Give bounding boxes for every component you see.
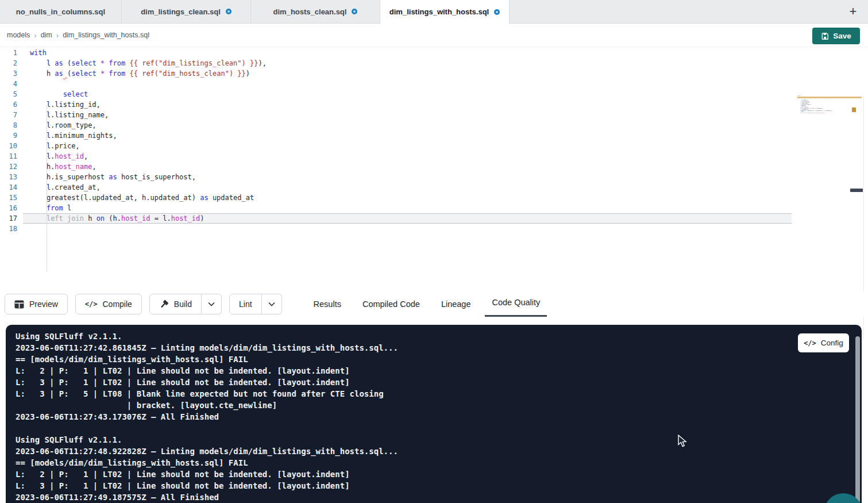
line-number: 11 — [0, 151, 23, 162]
code-text: l.listing_name, — [23, 110, 792, 120]
code-line[interactable]: 10 l.price, — [0, 141, 868, 151]
modified-dot-icon — [352, 9, 357, 14]
terminal-line: L: 2 | P: 1 | LT02 | Line should not be … — [16, 365, 862, 377]
tab-lineage[interactable]: Lineage — [440, 291, 472, 317]
code-line[interactable]: 11 l.host_id, — [0, 151, 868, 162]
build-menu-button[interactable] — [202, 294, 222, 314]
code-text: h.is_superhost as host_is_superhost, — [23, 172, 792, 182]
code-icon: </> — [804, 339, 816, 347]
editor-tab[interactable]: no_nulls_in_columns.sql — [0, 0, 122, 23]
terminal-lines: Using SQLFluff v2.1.1.2023-06-06T11:27:4… — [16, 331, 862, 503]
terminal-line: L: 3 | P: 1 | LT02 | Line should not be … — [16, 480, 862, 492]
compile-button[interactable]: </> Compile — [75, 294, 142, 314]
code-line[interactable]: 5 select — [0, 89, 868, 99]
code-line[interactable]: 8 l.room_type, — [0, 120, 868, 130]
terminal-line: 2023-06-06T11:27:43.173076Z – All Finish… — [16, 411, 862, 423]
lint-button[interactable]: Lint — [229, 294, 262, 314]
code-text — [23, 224, 792, 234]
terminal-line: L: 2 | P: 1 | LT02 | Line should not be … — [16, 469, 862, 480]
tab-results[interactable]: Results — [313, 291, 342, 317]
line-number: 12 — [0, 162, 23, 172]
editor-tab[interactable]: dim_listings_clean.sql — [122, 0, 251, 23]
code-editor[interactable]: 1with2 l as (select * from {{ ref("dim_l… — [0, 48, 868, 291]
code-text: l.created_at, — [23, 182, 792, 193]
code-line[interactable]: 3 h as (select * from {{ ref("dim_hosts_… — [0, 68, 868, 79]
code-line[interactable]: 4 — [0, 79, 868, 89]
chevron-down-icon — [268, 302, 275, 306]
line-number: 7 — [0, 110, 23, 120]
terminal-scrollbar[interactable] — [855, 336, 860, 503]
code-text: select — [23, 89, 792, 99]
code-text: l.listing_id, — [23, 99, 792, 110]
minimap[interactable]: with l as (select * from {{ ref("dim_lis… — [798, 95, 842, 114]
action-toolbar: Preview </> Compile Build Lint — [0, 291, 868, 317]
line-number: 18 — [0, 224, 23, 234]
code-text: with — [23, 48, 792, 58]
indent-guide — [47, 106, 47, 272]
line-number: 9 — [0, 130, 23, 141]
line-number: 10 — [0, 141, 23, 151]
line-number: 4 — [0, 79, 23, 89]
line-number: 16 — [0, 203, 23, 213]
line-number: 2 — [0, 58, 23, 68]
code-line[interactable]: 9 l.minimum_nights, — [0, 130, 868, 141]
editor-tab-label: dim_listings_clean.sql — [141, 7, 221, 16]
terminal-line: 2023-06-06T11:27:48.922828Z – Linting mo… — [16, 446, 862, 457]
code-line[interactable]: 13 h.is_superhost as host_is_superhost, — [0, 172, 868, 182]
terminal-line: L: 3 | P: 5 | LT08 | Blank line expected… — [16, 388, 862, 400]
terminal-line: L: 3 | P: 1 | LT02 | Line should not be … — [16, 377, 862, 388]
terminal-output[interactable]: Using SQLFluff v2.1.1.2023-06-06T11:27:4… — [6, 325, 862, 503]
code-line[interactable]: 18 — [0, 224, 868, 234]
line-number: 1 — [0, 48, 23, 58]
lint-button-group: Lint — [229, 294, 282, 314]
editor-tab-label: no_nulls_in_columns.sql — [16, 7, 105, 16]
code-line[interactable]: 7 l.listing_name, — [0, 110, 868, 120]
terminal-line: Using SQLFluff v2.1.1. — [16, 331, 862, 342]
editor-tab-bar: no_nulls_in_columns.sqldim_listings_clea… — [0, 0, 868, 24]
breadcrumb-separator-icon: › — [56, 31, 59, 40]
code-text — [23, 79, 792, 89]
build-button[interactable]: Build — [149, 294, 202, 314]
lint-menu-button[interactable] — [262, 294, 282, 314]
breadcrumb: models › dim › dim_listings_with_hosts.s… — [0, 24, 868, 47]
breadcrumb-item-models[interactable]: models — [7, 31, 30, 39]
breadcrumb-separator-icon: › — [34, 31, 36, 40]
save-button[interactable]: Save — [812, 28, 860, 44]
code-line[interactable]: 6 l.listing_id, — [0, 99, 868, 110]
new-tab-button[interactable]: + — [845, 3, 861, 20]
code-text: l.price, — [23, 141, 792, 151]
code-text: l as (select * from {{ ref("dim_listings… — [23, 58, 792, 68]
code-line[interactable]: 14 l.created_at, — [0, 182, 868, 193]
terminal-line: Using SQLFluff v2.1.1. — [16, 434, 862, 446]
line-number: 8 — [0, 120, 23, 130]
code-line[interactable]: 15 greatest(l.updated_at, h.updated_at) … — [0, 193, 868, 203]
scrollbar-warning-marker — [852, 107, 856, 112]
line-number: 5 — [0, 89, 23, 99]
line-number: 14 — [0, 182, 23, 193]
code-text: greatest(l.updated_at, h.updated_at) as … — [23, 193, 792, 203]
code-text: h.host_name, — [23, 162, 792, 172]
code-line[interactable]: 1with — [0, 48, 868, 58]
modified-dot-icon — [226, 9, 232, 14]
line-number: 17 — [0, 213, 23, 224]
code-line[interactable]: 17 left join h on (h.host_id = l.host_id… — [0, 213, 868, 224]
tab-compiled-code[interactable]: Compiled Code — [361, 291, 421, 317]
hammer-icon — [159, 300, 169, 309]
code-line[interactable]: 12 h.host_name, — [0, 162, 868, 172]
editor-tab-label: dim_hosts_clean.sql — [273, 7, 347, 16]
code-line[interactable]: 16 from l — [0, 203, 868, 213]
panel-tabs: Results Compiled Code Lineage Code Quali… — [313, 291, 542, 317]
breadcrumb-item-dim[interactable]: dim — [41, 31, 52, 39]
code-icon: </> — [85, 300, 98, 308]
editor-lines: 1with2 l as (select * from {{ ref("dim_l… — [0, 48, 868, 234]
preview-button[interactable]: Preview — [5, 294, 68, 314]
code-line[interactable]: 2 l as (select * from {{ ref("dim_listin… — [0, 58, 868, 68]
editor-tab[interactable]: dim_listings_with_hosts.sql — [380, 0, 510, 24]
terminal-line: == [models/dim/dim_listings_with_hosts.s… — [16, 457, 862, 469]
editor-tab[interactable]: dim_hosts_clean.sql — [251, 0, 380, 23]
code-text: h as (select * from {{ ref("dim_hosts_cl… — [23, 68, 792, 79]
tab-code-quality[interactable]: Code Quality — [491, 291, 541, 317]
config-button[interactable]: </> Config — [798, 333, 849, 352]
breadcrumb-item-file: dim_listings_with_hosts.sql — [63, 31, 149, 39]
table-icon — [14, 300, 24, 309]
